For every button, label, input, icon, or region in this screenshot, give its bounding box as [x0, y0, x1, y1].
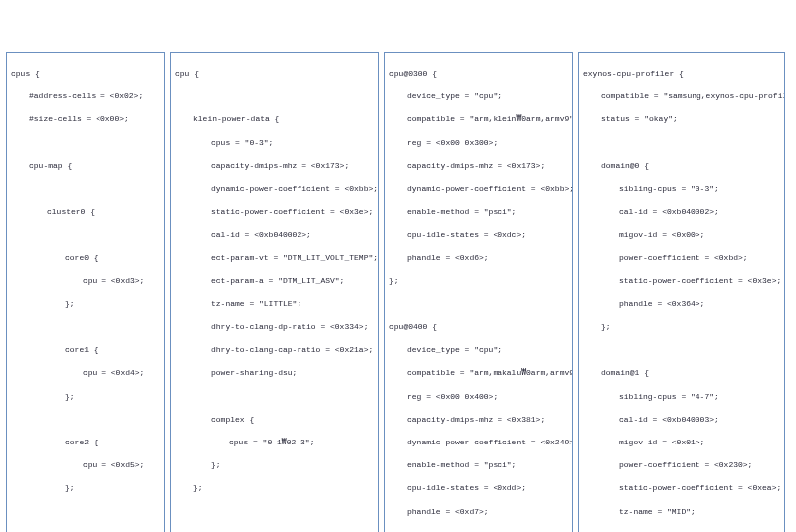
cpu0300-dmips: capacity-dmips-mhz = <0x173>;	[389, 160, 568, 172]
d0-spc: static-power-coefficient = <0x3e>;	[583, 275, 780, 287]
box-power-data: cpu { klein-power-data { cpus = "0-3"; c…	[170, 52, 379, 532]
close: };	[11, 391, 160, 403]
cpu-xd3: cpu = <0xd3>;	[11, 275, 160, 287]
d1-tz: tz-name = "MID";	[583, 506, 780, 518]
close: };	[11, 298, 160, 310]
cpu0400-dyn: dynamic-power-coefficient = <0x249>;	[389, 437, 568, 448]
klein-open: klein-power-data {	[175, 113, 374, 125]
complex-cpus: cpus = "0-1₩02-3";	[175, 437, 374, 448]
close: };	[175, 459, 374, 471]
k-dmips: capacity-dmips-mhz = <0x173>;	[175, 160, 374, 172]
cpus-open: cpus	[11, 69, 30, 78]
cpu0400-compat: compatible = "arm,makalu₩0arm,armv9";	[389, 367, 568, 379]
d0-mig: migov-id = <0x00>;	[583, 229, 780, 241]
close: };	[389, 275, 568, 287]
cp-status: status = "okay";	[583, 113, 780, 125]
k-tz: tz-name = "LITTLE";	[175, 298, 374, 310]
cpu0300-phandle: phandle = <0xd6>;	[389, 252, 568, 264]
k-cpus: cpus = "0-3";	[175, 137, 374, 149]
close: };	[583, 321, 780, 333]
cpu0300-dyn: dynamic-power-coefficient = <0xbb>;	[389, 183, 568, 195]
box-profilers: exynos-cpu-profiler { compatible = "sams…	[578, 52, 785, 532]
cpu0300-idle: cpu-idle-states = <0xdc>;	[389, 229, 568, 241]
d0-ph: phandle = <0x364>;	[583, 298, 780, 310]
cpu-xd4: cpu = <0xd4>;	[11, 367, 160, 379]
k-ecta: ect-param-a = "DTM_LIT_ASV";	[175, 275, 374, 287]
d1-sib: sibling-cpus = "4-7";	[583, 391, 780, 403]
d1-cal: cal-id = <0xb040003>;	[583, 414, 780, 426]
d1-mig: migov-id = <0x01>;	[583, 437, 780, 448]
cpu0300-compat: compatible = "arm,klein₩0arm,armv9";	[389, 113, 568, 125]
k-dhry-dp: dhry-to-clang-dp-ratio = <0x334>;	[175, 321, 374, 333]
cpu-profiler-open: exynos-cpu-profiler {	[583, 68, 780, 80]
devtype: device_type = "cpu";	[389, 344, 568, 356]
enable: enable-method = "psci";	[389, 459, 568, 471]
cpu-open: cpu {	[175, 68, 374, 80]
col-cpu-nodes: cpu@0300 { device_type = "cpu"; compatib…	[384, 52, 573, 532]
col-power-data: cpu { klein-power-data { cpus = "0-3"; c…	[170, 52, 379, 532]
k-stat: static-power-coefficient = <0x3e>;	[175, 206, 374, 218]
col-cpus: cpus { #address-cells = <0x02>; #size-ce…	[6, 52, 165, 532]
cpu0400-dmips: capacity-dmips-mhz = <0x381>;	[389, 414, 568, 426]
cp-compat: compatible = "samsung,exynos-cpu-profile…	[583, 90, 780, 102]
size-cells: #size-cells = <0x00>;	[11, 113, 160, 125]
box-cpu-map: cpus { #address-cells = <0x02>; #size-ce…	[6, 52, 165, 532]
cluster0: cluster0 {	[11, 206, 160, 218]
core0: core0 {	[11, 252, 160, 264]
cpu0300-open: cpu@0300 {	[389, 68, 568, 80]
code-columns: cpus { #address-cells = <0x02>; #size-ce…	[6, 52, 790, 532]
cpu0400-open: cpu@0400 {	[389, 321, 568, 333]
k-cal: cal-id = <0xb040002>;	[175, 229, 374, 241]
d0-open: domain@0 {	[583, 160, 780, 172]
k-dhry-cap: dhry-to-clang-cap-ratio = <0x21a>;	[175, 344, 374, 356]
close: };	[175, 482, 374, 494]
close: };	[11, 482, 160, 494]
cpu-xd5: cpu = <0xd5>;	[11, 459, 160, 471]
box-cpu0300-0400: cpu@0300 { device_type = "cpu"; compatib…	[384, 52, 573, 532]
core1: core1 {	[11, 344, 160, 356]
d0-sib: sibling-cpus = "0-3";	[583, 183, 780, 195]
cpu-map: cpu-map	[29, 161, 63, 170]
k-dyn: dynamic-power-coefficient = <0xbb>;	[175, 183, 374, 195]
devtype: device_type = "cpu";	[389, 90, 568, 102]
d0-cal: cal-id = <0xb040002>;	[583, 206, 780, 218]
d1-pc: power-coefficient = <0x230>;	[583, 459, 780, 471]
cpu0400-phandle: phandle = <0xd7>;	[389, 506, 568, 518]
complex-open: complex {	[175, 414, 374, 426]
enable: enable-method = "psci";	[389, 206, 568, 218]
d0-pc: power-coefficient = <0xbd>;	[583, 252, 780, 264]
k-ectvt: ect-param-vt = "DTM_LIT_VOLT_TEMP";	[175, 252, 374, 264]
k-pshare: power-sharing-dsu;	[175, 367, 374, 379]
cpu0300-reg: reg = <0x00 0x300>;	[389, 137, 568, 149]
cpu0400-reg: reg = <0x00 0x400>;	[389, 391, 568, 403]
d1-spc: static-power-coefficient = <0xea>;	[583, 482, 780, 494]
addr-cells: #address-cells = <0x02>;	[11, 90, 160, 102]
cpu0400-idle: cpu-idle-states = <0xdd>;	[389, 482, 568, 494]
d1-open: domain@1 {	[583, 367, 780, 379]
core2: core2 {	[11, 437, 160, 448]
col-profilers: exynos-cpu-profiler { compatible = "sams…	[578, 52, 785, 532]
